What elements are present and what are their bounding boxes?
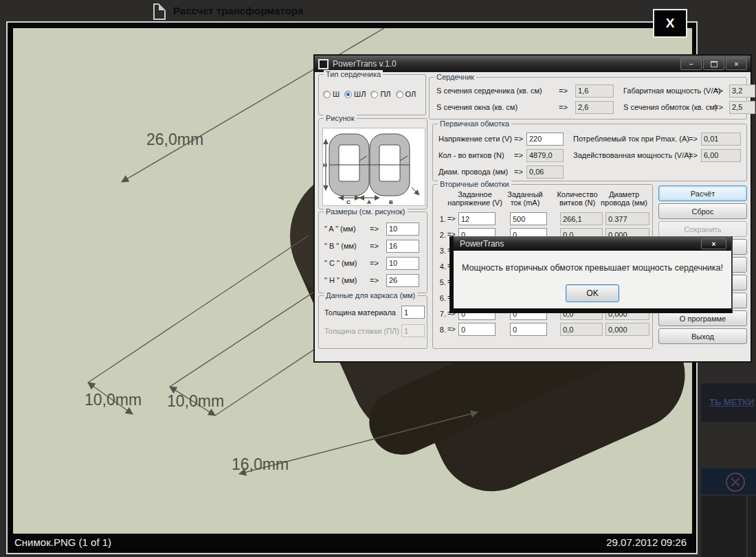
primary-row-3: Диам. провода (мм) => 0,06 — [438, 165, 564, 179]
diagram-label-b: B — [389, 199, 393, 204]
arrow-label: => — [447, 215, 456, 223]
mains-voltage-input[interactable]: 220 — [526, 133, 564, 146]
reset-button[interactable]: Сброс — [658, 203, 747, 219]
ok-button[interactable]: OK — [566, 284, 619, 302]
size-b-input[interactable]: 16 — [386, 240, 419, 253]
s-windings-label: S сечения обмоток (кв. см) — [623, 103, 714, 111]
group-legend: Рисунок — [324, 114, 357, 123]
group-carcass: Данные для каркаса (мм) Толщина материал… — [318, 295, 427, 349]
dimension-label: 10,0mm — [167, 392, 224, 410]
material-thickness-input[interactable]: 1 — [401, 306, 425, 319]
secondary-current-input[interactable]: 0 — [510, 323, 547, 336]
core-diagram: H C A B — [322, 128, 425, 206]
arrow-label: => — [514, 151, 526, 159]
powertrans-window: PowerTrans v.1.0 – × Тип сердечника Ш ШЛ… — [313, 54, 752, 363]
modal-titlebar[interactable]: PowerTrans × — [454, 236, 731, 251]
used-power-label: Задействованная мощность (V/A) — [573, 151, 689, 159]
background-navbar — [701, 468, 756, 495]
group-legend: Первичная обмотка — [438, 120, 511, 128]
size-b-label: " B " (мм) — [324, 242, 370, 250]
add-tags-link[interactable]: ТЬ МЕТКИ — [709, 397, 755, 407]
modal-message: Мощность вторичных обмоток превышает мощ… — [454, 263, 731, 273]
s-core-output: 1,6 — [575, 84, 614, 98]
turns-count-output: 4879,0 — [526, 149, 564, 162]
arrow-label: => — [514, 168, 526, 176]
screen: Рассчет трансформатора X ТЬ МЕТКИ — [0, 0, 756, 557]
arrow-label: => — [514, 135, 526, 143]
dimension-label: 10,0mm — [85, 391, 142, 409]
arrow-label: => — [689, 135, 701, 143]
core-type-options: Ш ШЛ ПЛ ОЛ — [323, 90, 416, 98]
status-filename: Снимок.PNG (1 of 1) — [14, 536, 111, 548]
carcass-material-row: Толщина материала 1 — [324, 305, 425, 319]
group-core: Сердечник S сечения сердечника (кв. см) … — [429, 77, 747, 120]
blocked-icon[interactable] — [726, 473, 745, 492]
tie-label: Толщина стяжки (ПЛ) — [324, 327, 401, 335]
diagram-label-h: H — [323, 162, 327, 168]
primary-row-2: Кол - во витков (N) => 4879,0 Задействов… — [438, 148, 741, 162]
radio-label: ПЛ — [380, 90, 390, 98]
wire-diameter-output: 0,06 — [526, 166, 564, 179]
arrow-label: => — [714, 103, 729, 111]
s-windings-output: 2,5 — [729, 101, 755, 114]
close-button[interactable]: × — [726, 58, 747, 70]
size-row-a: " A " (мм) => 10 — [324, 222, 419, 236]
s-window-output: 2,6 — [575, 101, 614, 114]
row-number: 5. — [437, 278, 446, 286]
secondary-voltage-input[interactable]: 12 — [458, 212, 496, 225]
radio-option-sh[interactable]: Ш — [323, 90, 340, 98]
s-core-label: S сечения сердечника (кв. см) — [436, 87, 559, 95]
app-icon — [318, 59, 329, 69]
dimension-label: 26,0mm — [146, 130, 203, 148]
row-number: 8. — [437, 326, 446, 334]
arrow-label: => — [447, 326, 456, 333]
calculate-button[interactable]: Расчёт — [658, 185, 747, 201]
secondary-current-input[interactable]: 500 — [510, 212, 547, 225]
secondary-diameter-output: 0,000 — [605, 323, 649, 336]
row-number: 7. — [437, 310, 446, 318]
modal-close-button[interactable]: × — [701, 238, 726, 249]
lightbox-close-button[interactable]: X — [653, 9, 687, 38]
carcass-tie-row: Толщина стяжки (ПЛ) 1 — [324, 323, 425, 338]
header-voltage: Заданное напряжение (V) — [447, 190, 503, 207]
material-label: Толщина материала — [324, 308, 401, 317]
powertrans-message-dialog: PowerTrans × Мощность вторичных обмоток … — [449, 236, 733, 313]
secondary-voltage-input[interactable]: 0 — [458, 323, 496, 336]
radio-label: ОЛ — [405, 90, 416, 98]
exit-button[interactable]: Выход — [658, 328, 747, 344]
radio-option-ol[interactable]: ОЛ — [396, 90, 416, 98]
group-legend: Тип сердечника — [324, 70, 383, 79]
diagram-label-c: C — [346, 199, 351, 204]
arrow-label: => — [714, 87, 729, 95]
group-legend: Сердечник — [434, 73, 476, 82]
s-window-label: S сечения окна (кв. см) — [436, 103, 559, 111]
maximize-button[interactable] — [703, 58, 724, 70]
core-diagram-svg: H C A B — [323, 128, 423, 204]
core-row-2: S сечения окна (кв. см) => 2,6 S сечения… — [436, 100, 755, 114]
radio-option-pl[interactable]: ПЛ — [370, 90, 390, 98]
size-h-input[interactable]: 26 — [386, 274, 419, 287]
row-number: 4. — [437, 262, 446, 271]
background-panel: ТЬ МЕТКИ — [701, 383, 756, 422]
arrow-label: => — [559, 103, 575, 111]
radio-option-shl[interactable]: ШЛ — [344, 90, 366, 98]
size-a-input[interactable]: 10 — [386, 223, 419, 236]
secondary-diameter-output: 0.377 — [605, 212, 649, 225]
group-primary: Первичная обмотка Напряжение сети (V) =>… — [432, 124, 747, 181]
modal-title: PowerTrans — [460, 239, 504, 249]
group-drawing: Рисунок H — [318, 118, 427, 209]
mains-voltage-label: Напряжение сети (V) — [438, 135, 514, 143]
overall-power-label: Габаритная мощность (V/A) — [623, 87, 714, 95]
header-diameter: Диаметр провода (мм) — [597, 190, 652, 207]
maximize-icon — [711, 61, 718, 67]
save-button[interactable]: Сохранить — [658, 221, 747, 237]
turns-count-label: Кол - во витков (N) — [438, 151, 514, 159]
size-c-input[interactable]: 10 — [386, 257, 419, 270]
size-c-label: " C " (мм) — [324, 259, 370, 267]
size-a-label: " A " (мм) — [324, 225, 370, 233]
row-number: 1. — [437, 215, 446, 223]
row-number: 2. — [437, 231, 446, 239]
minimize-button[interactable]: – — [680, 58, 702, 70]
size-row-c: " C " (мм) => 10 — [324, 256, 419, 270]
overall-power-output: 3,2 — [729, 84, 755, 98]
